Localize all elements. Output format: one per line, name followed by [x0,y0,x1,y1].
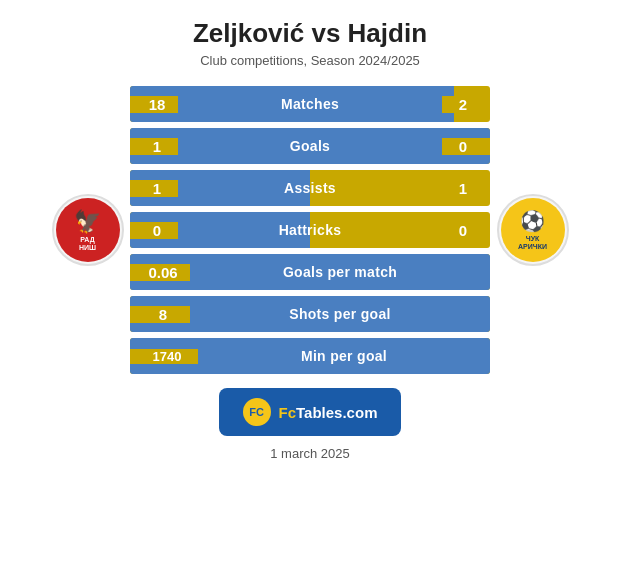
fc-text: FC [249,406,264,418]
stat-right-hattricks: 0 [442,222,490,239]
team-left-abbr: РАДНИШ [79,236,96,251]
team-left-badge: 🦅 РАДНИШ [52,194,124,266]
match-date: 1 march 2025 [270,446,350,461]
match-title: Zeljković vs Hajdin [193,18,427,49]
page-container: Zeljković vs Hajdin Club competitions, S… [0,0,620,580]
team-right-abbr: ЧУКАРИЧКИ [518,235,547,250]
footer-logo: FC FcTables.com [219,388,402,436]
stat-label-shots-per-goal: Shots per goal [190,306,490,322]
stat-left-min-per-goal: 1740 [130,349,198,364]
fc-icon: FC [243,398,271,426]
stat-left-goals-per-match: 0.06 [130,264,190,281]
team-left-logo: 🦅 РАДНИШ [45,194,130,266]
stat-row-hattricks: 0 Hattricks 0 [130,212,490,248]
stat-row-goals: 1 Goals 0 [130,128,490,164]
eagle-icon: 🦅 [74,209,101,235]
stat-left-shots-per-goal: 8 [130,306,190,323]
stat-row-assists: 1 Assists 1 [130,170,490,206]
stat-label-hattricks: Hattricks [178,222,442,238]
main-content: 🦅 РАДНИШ 18 Matches 2 1 Goals 0 [10,86,610,374]
footer-tables-text: Tables.com [296,404,377,421]
cukaricki-badge: ⚽ ЧУКАРИЧКИ [501,198,565,262]
stat-left-matches: 18 [130,96,178,113]
stat-right-matches: 2 [442,96,490,113]
stat-right-assists: 1 [442,180,490,197]
stat-label-matches: Matches [178,96,442,112]
stat-row-shots-per-goal: 8 Shots per goal [130,296,490,332]
footer-logo-text: FcTables.com [279,404,378,421]
stat-row-goals-per-match: 0.06 Goals per match [130,254,490,290]
cukaricki-icon: ⚽ [520,209,545,233]
stat-right-goals: 0 [442,138,490,155]
footer-fc-prefix: Fc [279,404,297,421]
stat-label-min-per-goal: Min per goal [198,348,490,364]
stat-left-hattricks: 0 [130,222,178,239]
stat-left-assists: 1 [130,180,178,197]
team-right-logo: ⚽ ЧУКАРИЧКИ [490,194,575,266]
stat-row-min-per-goal: 1740 Min per goal [130,338,490,374]
stat-label-goals: Goals [178,138,442,154]
stats-area: 18 Matches 2 1 Goals 0 1 Assists 1 [130,86,490,374]
radnicki-badge: 🦅 РАДНИШ [56,198,120,262]
stat-row-matches: 18 Matches 2 [130,86,490,122]
stat-label-goals-per-match: Goals per match [190,264,490,280]
team-right-badge: ⚽ ЧУКАРИЧКИ [497,194,569,266]
match-subtitle: Club competitions, Season 2024/2025 [200,53,420,68]
stat-left-goals: 1 [130,138,178,155]
stat-label-assists: Assists [178,180,442,196]
